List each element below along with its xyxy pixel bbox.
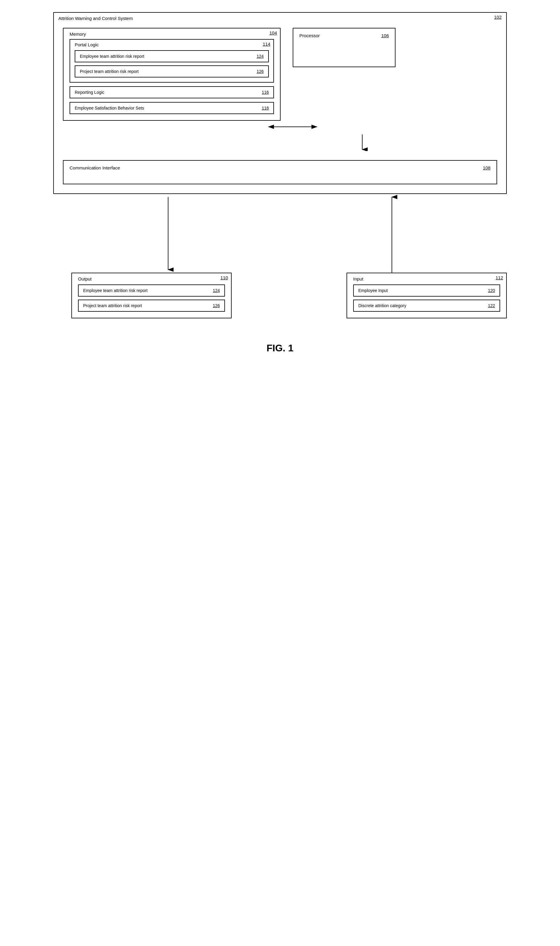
comm-interface-box: Communication Interface 108 [63, 160, 497, 184]
emp-team-report-ref: 124 [257, 54, 264, 59]
portal-logic-ref: 114 [263, 42, 270, 46]
emp-satisfaction-box: Employee Satisfaction Behavior Sets 118 [69, 102, 274, 114]
processor-ref: 106 [381, 33, 389, 38]
comm-interface-title: Communication Interface [69, 165, 120, 170]
output-proj-team-report-label: Project team attrition risk report [83, 303, 142, 308]
output-emp-team-report-ref: 124 [213, 288, 220, 293]
horiz-arrow-svg [69, 121, 505, 133]
memory-title: Memory [69, 31, 86, 37]
input-title: Input [353, 276, 363, 281]
input-box: Input 112 Employee Input 120 Discrete at… [346, 273, 507, 318]
system-ref: 102 [494, 14, 502, 20]
output-emp-team-report-box: Employee team attrition risk report 124 [78, 284, 225, 296]
bottom-section: Output 110 Employee team attrition risk … [53, 273, 507, 318]
processor-title: Processor [299, 33, 320, 38]
diagram-container: Attrition Warning and Control System 102… [38, 12, 522, 354]
proj-team-report-label: Project team attrition risk report [80, 69, 139, 74]
output-proj-team-report-ref: 126 [213, 303, 220, 308]
page: Attrition Warning and Control System 102… [0, 0, 560, 946]
arrows-section [53, 194, 507, 273]
fig-label: FIG. 1 [267, 343, 294, 354]
proj-team-report-box: Project team attrition risk report 126 [75, 65, 269, 77]
output-title: Output [78, 276, 92, 281]
output-emp-team-report-label: Employee team attrition risk report [83, 288, 148, 293]
input-ref: 112 [495, 275, 503, 280]
comm-area: Communication Interface 108 [63, 133, 497, 184]
reporting-logic-label: Reporting Logic [75, 90, 104, 95]
memory-box: Memory 104 Portal Logic 114 Employee tea… [63, 28, 281, 121]
input-employee-input-box: Employee Input 120 [353, 284, 500, 296]
vert-arrow-proc-comm [69, 133, 505, 151]
input-employee-input-label: Employee Input [358, 288, 388, 293]
system-inner: Memory 104 Portal Logic 114 Employee tea… [63, 28, 497, 121]
input-discrete-attrition-box: Discrete attrition category 122 [353, 299, 500, 312]
horiz-arrow-container [63, 121, 497, 133]
output-box: Output 110 Employee team attrition risk … [71, 273, 232, 318]
portal-logic-title: Portal Logic [75, 42, 98, 47]
emp-satisfaction-label: Employee Satisfaction Behavior Sets [75, 106, 144, 110]
system-box: Attrition Warning and Control System 102… [53, 12, 507, 194]
portal-logic-box: Portal Logic 114 Employee team attrition… [69, 39, 274, 83]
comm-interface-ref: 108 [483, 165, 491, 170]
emp-team-report-label: Employee team attrition risk report [80, 54, 144, 59]
emp-team-report-box: Employee team attrition risk report 124 [75, 50, 269, 62]
emp-satisfaction-ref: 118 [262, 106, 269, 110]
input-discrete-attrition-label: Discrete attrition category [358, 303, 406, 308]
memory-ref: 104 [269, 30, 277, 35]
reporting-logic-box: Reporting Logic 116 [69, 86, 274, 98]
input-discrete-attrition-ref: 122 [488, 303, 495, 308]
processor-box: Processor 106 [293, 28, 395, 67]
reporting-logic-ref: 116 [262, 90, 269, 95]
right-side: Processor 106 [293, 28, 395, 67]
system-title: Attrition Warning and Control System [58, 16, 133, 21]
proj-team-report-ref: 126 [257, 69, 264, 74]
input-employee-input-ref: 120 [488, 288, 495, 293]
output-ref: 110 [220, 275, 228, 280]
main-arrows-svg [53, 194, 507, 279]
output-proj-team-report-box: Project team attrition risk report 126 [78, 299, 225, 312]
